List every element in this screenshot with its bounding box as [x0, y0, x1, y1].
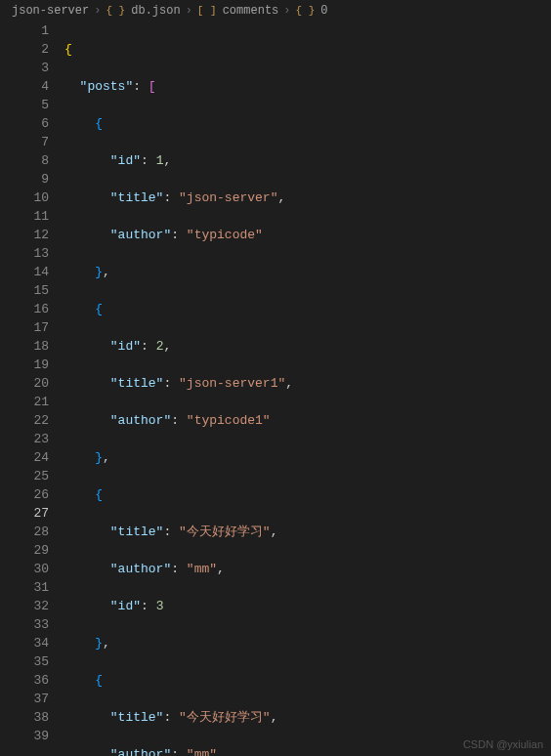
- breadcrumb-object[interactable]: 0: [295, 4, 327, 18]
- breadcrumb[interactable]: json-server › db.json › comments › 0: [0, 0, 551, 21]
- breadcrumb-folder[interactable]: json-server: [12, 4, 89, 18]
- code-content[interactable]: { "posts": [ { "id": 1, "title": "json-s…: [61, 21, 551, 756]
- array-icon: [197, 4, 219, 18]
- breadcrumb-file[interactable]: db.json: [106, 4, 180, 18]
- breadcrumb-array[interactable]: comments: [197, 4, 278, 18]
- chevron-right-icon: ›: [186, 4, 192, 18]
- chevron-right-icon: ›: [94, 4, 101, 18]
- json-icon: [106, 4, 127, 18]
- watermark: CSDN @yxiulian: [463, 738, 543, 750]
- chevron-right-icon: ›: [283, 4, 290, 18]
- object-icon: [295, 4, 317, 18]
- line-number-gutter: 1234567891011121314151617181920212223242…: [0, 21, 61, 756]
- code-editor[interactable]: 1234567891011121314151617181920212223242…: [0, 21, 551, 756]
